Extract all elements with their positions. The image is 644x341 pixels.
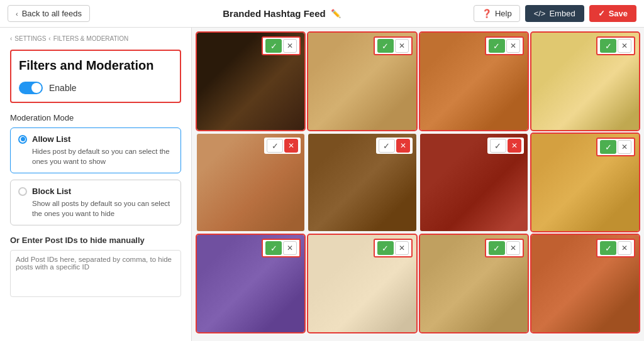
reject-button[interactable]: ✕ xyxy=(283,241,297,255)
photo-overlay: ✓✕ xyxy=(376,138,413,154)
embed-label: Embed xyxy=(549,9,575,18)
photo-overlay: ✓✕ xyxy=(262,239,301,257)
approve-button[interactable]: ✓ xyxy=(267,139,283,153)
reject-button[interactable]: ✕ xyxy=(396,139,410,153)
reject-button[interactable]: ✕ xyxy=(506,241,520,255)
filters-section-box: Filters and Moderation Enable xyxy=(10,50,181,103)
photo-cell: ✓✕ xyxy=(420,235,528,332)
block-list-radio[interactable] xyxy=(18,187,27,196)
reject-button[interactable]: ✕ xyxy=(506,39,520,53)
photo-cell: ✓✕ xyxy=(531,235,639,332)
approve-button[interactable]: ✓ xyxy=(265,241,282,255)
photo-overlay: ✓✕ xyxy=(596,138,635,156)
reject-button[interactable]: ✕ xyxy=(508,139,521,153)
allow-list-radio[interactable] xyxy=(18,135,27,144)
photo-grid-container: ✓✕✓✕✓✕✓✕✓✕✓✕✓✕✓✕✓✕✓✕✓✕✓✕ xyxy=(192,28,644,341)
breadcrumb-filters[interactable]: FILTERS & MODERATION xyxy=(53,35,129,42)
approve-button[interactable]: ✓ xyxy=(600,39,616,53)
sidebar: ‹ SETTINGS ‹ FILTERS & MODERATION Filter… xyxy=(0,28,192,341)
feed-title: Branded Hashtag Feed xyxy=(223,8,325,19)
section-title: Filters and Moderation xyxy=(19,58,172,73)
approve-button[interactable]: ✓ xyxy=(377,241,394,255)
reject-button[interactable]: ✕ xyxy=(395,39,409,53)
check-icon: ✓ xyxy=(598,9,605,18)
enable-toggle[interactable] xyxy=(19,82,43,94)
enable-label: Enable xyxy=(49,83,77,93)
photo-cell: ✓✕ xyxy=(308,134,416,231)
approve-button[interactable]: ✓ xyxy=(489,241,505,255)
photo-grid: ✓✕✓✕✓✕✓✕✓✕✓✕✓✕✓✕✓✕✓✕✓✕✓✕ xyxy=(197,33,639,332)
approve-button[interactable]: ✓ xyxy=(600,241,616,255)
help-label: Help xyxy=(495,9,512,18)
photo-overlay: ✓✕ xyxy=(487,138,524,154)
save-button[interactable]: ✓ Save xyxy=(589,5,636,22)
photo-cell: ✓✕ xyxy=(197,134,304,231)
photo-cell: ✓✕ xyxy=(197,235,304,332)
approve-button[interactable]: ✓ xyxy=(377,39,394,53)
approve-button[interactable]: ✓ xyxy=(489,39,505,53)
back-label: Back to all feeds xyxy=(22,9,82,18)
photo-overlay: ✓✕ xyxy=(262,36,301,55)
reject-button[interactable]: ✕ xyxy=(618,241,631,255)
block-list-title: Block List xyxy=(32,187,71,196)
embed-button[interactable]: </> Embed xyxy=(525,5,584,22)
moderation-mode-label: Moderation Mode xyxy=(10,113,181,122)
chevron-left-icon: ‹ xyxy=(16,10,18,18)
photo-overlay: ✓✕ xyxy=(374,36,413,55)
main-layout: ‹ SETTINGS ‹ FILTERS & MODERATION Filter… xyxy=(0,28,644,341)
post-ids-input[interactable] xyxy=(10,250,181,297)
block-list-option[interactable]: Block List Show all posts by default so … xyxy=(10,180,181,225)
reject-button[interactable]: ✕ xyxy=(618,140,631,154)
help-icon: ❓ xyxy=(482,9,492,18)
toggle-knob xyxy=(31,83,42,93)
allow-list-header: Allow List xyxy=(18,134,173,144)
reject-button[interactable]: ✕ xyxy=(284,139,298,153)
breadcrumb: ‹ SETTINGS ‹ FILTERS & MODERATION xyxy=(10,35,181,42)
save-label: Save xyxy=(609,9,628,18)
header-actions: ❓ Help </> Embed ✓ Save xyxy=(474,5,636,22)
photo-cell: ✓✕ xyxy=(308,33,416,130)
allow-list-desc: Hides post by default so you can select … xyxy=(18,146,173,166)
photo-cell: ✓✕ xyxy=(420,134,528,231)
photo-overlay: ✓✕ xyxy=(485,239,524,257)
approve-button[interactable]: ✓ xyxy=(379,139,395,153)
header: ‹ Back to all feeds Branded Hashtag Feed… xyxy=(0,0,644,28)
photo-overlay: ✓✕ xyxy=(485,36,524,55)
block-list-desc: Show all posts by default so you can sel… xyxy=(18,198,173,219)
photo-cell: ✓✕ xyxy=(197,33,304,130)
code-icon: </> xyxy=(534,9,546,18)
photo-cell: ✓✕ xyxy=(531,33,639,130)
photo-overlay: ✓✕ xyxy=(374,239,413,257)
allow-list-title: Allow List xyxy=(32,134,70,144)
approve-button[interactable]: ✓ xyxy=(490,139,506,153)
enable-row: Enable xyxy=(19,82,172,94)
allow-list-option[interactable]: Allow List Hides post by default so you … xyxy=(10,127,181,173)
photo-overlay: ✓✕ xyxy=(264,138,301,154)
breadcrumb-settings[interactable]: SETTINGS xyxy=(14,35,46,42)
post-ids-section: Or Enter Post IDs to hide manually xyxy=(10,235,181,300)
breadcrumb-separator: ‹ xyxy=(48,35,50,42)
chevron-left-icon: ‹ xyxy=(10,35,12,42)
reject-button[interactable]: ✕ xyxy=(618,39,631,53)
edit-icon[interactable]: ✏️ xyxy=(331,9,341,18)
photo-cell: ✓✕ xyxy=(420,33,528,130)
block-list-header: Block List xyxy=(18,187,173,196)
page-title-container: Branded Hashtag Feed ✏️ xyxy=(97,8,466,19)
reject-button[interactable]: ✕ xyxy=(283,39,297,53)
back-button[interactable]: ‹ Back to all feeds xyxy=(8,5,90,22)
photo-cell: ✓✕ xyxy=(531,134,639,231)
approve-button[interactable]: ✓ xyxy=(600,140,616,154)
post-ids-label: Or Enter Post IDs to hide manually xyxy=(10,235,181,245)
reject-button[interactable]: ✕ xyxy=(395,241,409,255)
photo-overlay: ✓✕ xyxy=(596,36,635,55)
approve-button[interactable]: ✓ xyxy=(265,39,282,53)
photo-overlay: ✓✕ xyxy=(596,239,635,257)
help-button[interactable]: ❓ Help xyxy=(474,5,520,22)
photo-cell: ✓✕ xyxy=(308,235,416,332)
